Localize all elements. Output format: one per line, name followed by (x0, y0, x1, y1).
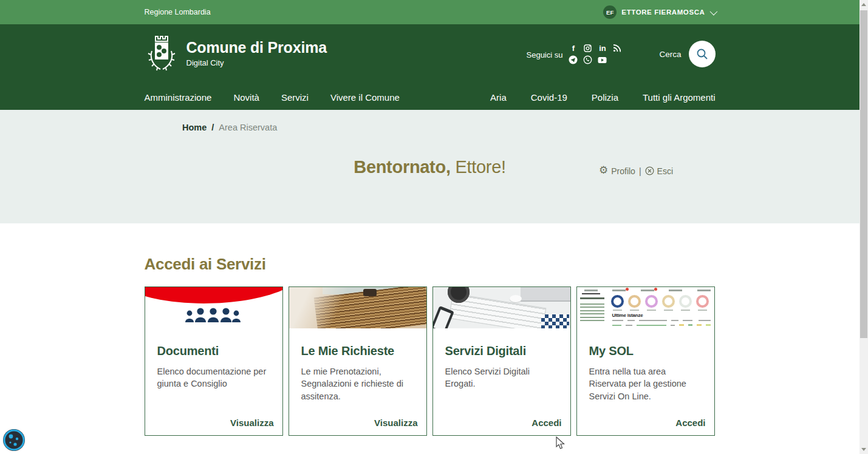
card-title[interactable]: Servizi Digitali (445, 344, 558, 358)
archive-folders-photo (289, 287, 426, 328)
search-label: Cerca (659, 50, 681, 59)
site-logo[interactable]: Comune di Proxima Digital City (145, 34, 327, 73)
municipal-crest-icon (145, 34, 179, 73)
scrollbar[interactable] (859, 0, 868, 454)
card-mysol-image: Ultime istanze (577, 287, 714, 328)
card-action-link[interactable]: Accedi (675, 418, 705, 428)
notification-badge (654, 288, 657, 291)
card-richieste-image (289, 287, 426, 328)
welcome-name: Ettore! (455, 157, 505, 177)
card-description: Elenco documentazione per giunta e Consi… (157, 365, 270, 390)
card-title[interactable]: Le Mie Richieste (301, 344, 414, 358)
main-content: Accedi ai Servizi (0, 223, 859, 454)
main-navigation: Amministrazione Novità Servizi Vivere il… (145, 92, 716, 103)
service-cards: Documenti Elenco documentazione per giun… (145, 286, 715, 436)
nav-item-tutti-gli-argomenti[interactable]: Tutti gli Argomenti (643, 92, 716, 103)
site-subtitle: Digital City (186, 58, 327, 67)
mouse-cursor (556, 436, 566, 450)
user-name[interactable]: ETTORE FIERAMOSCA (621, 8, 705, 16)
desk-keyboard-photo (433, 287, 570, 328)
page-title: Bentornato, Ettore! (0, 157, 859, 177)
nav-item-servizi[interactable]: Servizi (281, 92, 309, 103)
donut-ring (645, 295, 658, 308)
card-title[interactable]: Documenti (157, 344, 270, 358)
follow-label: Seguici su (527, 50, 563, 59)
user-avatar[interactable]: EF (603, 5, 617, 19)
nav-item-covid19[interactable]: Covid-19 (531, 92, 567, 103)
card-action-link[interactable]: Accedi (531, 418, 561, 428)
people-red-banner-illustration (145, 287, 282, 328)
mini-table-heading: Ultime istanze (612, 313, 643, 318)
cookie-consent-widget[interactable] (2, 428, 26, 452)
close-circle-icon (645, 166, 654, 175)
notification-badge (626, 288, 629, 291)
card-description: Le mie Prenotazioni, Segnalazioni e rich… (301, 365, 414, 402)
page: Regione Lombardia EF ETTORE FIERAMOSCA (0, 0, 868, 454)
user-menu[interactable]: EF ETTORE FIERAMOSCA (603, 5, 715, 19)
search-icon (696, 48, 708, 60)
scrollbar-thumb[interactable] (860, 10, 867, 338)
search-button[interactable] (689, 41, 716, 67)
card-description: Elenco Servizi Digitali Erogati. (445, 365, 558, 390)
youtube-icon[interactable] (598, 55, 607, 64)
instagram-icon[interactable] (583, 44, 592, 53)
site-title: Comune di Proxima (186, 39, 327, 56)
section-heading: Accedi ai Servizi (145, 255, 266, 274)
nav-item-amministrazione[interactable]: Amministrazione (145, 92, 212, 103)
card-documenti[interactable]: Documenti Elenco documentazione per giun… (145, 286, 283, 436)
donut-ring (696, 295, 709, 308)
nav-item-polizia[interactable]: Polizia (592, 92, 618, 103)
breadcrumb: Home / Area Riservata (182, 123, 277, 132)
links-divider: | (639, 166, 641, 176)
scroll-up-icon (861, 3, 866, 6)
scroll-up-button[interactable] (859, 0, 868, 9)
card-description: Entra nella tua area Riservata per la ge… (589, 365, 702, 402)
telegram-icon[interactable] (569, 55, 578, 64)
mysol-dashboard-screenshot: Ultime istanze (577, 287, 714, 328)
scroll-down-button[interactable] (859, 445, 868, 454)
site-header: Comune di Proxima Digital City Seguici s… (0, 24, 859, 110)
region-link[interactable]: Regione Lombardia (145, 8, 211, 16)
donut-ring (628, 295, 641, 308)
logout-link[interactable]: Esci (645, 166, 673, 176)
card-title[interactable]: My SOL (589, 344, 702, 358)
gear-icon: ⚙ (599, 165, 608, 175)
donut-ring (679, 295, 692, 308)
linkedin-icon[interactable]: in (598, 44, 607, 53)
top-bar: Regione Lombardia EF ETTORE FIERAMOSCA (0, 0, 859, 24)
account-links: ⚙ Profilo | Esci (599, 166, 673, 176)
whatsapp-icon[interactable] (583, 55, 592, 64)
donut-ring (611, 295, 624, 308)
breadcrumb-home[interactable]: Home (182, 123, 207, 132)
card-servizi-image (433, 287, 570, 328)
card-action-link[interactable]: Visualizza (374, 418, 417, 428)
welcome-greeting: Bentornato, (354, 157, 450, 177)
facebook-icon[interactable]: f (569, 44, 578, 53)
card-documenti-image (145, 287, 282, 328)
rss-icon[interactable] (612, 44, 621, 53)
donut-ring (662, 295, 675, 308)
scroll-down-icon (861, 448, 866, 451)
card-action-link[interactable]: Visualizza (230, 418, 273, 428)
card-le-mie-richieste[interactable]: Le Mie Richieste Le mie Prenotazioni, Se… (289, 286, 427, 436)
social-links: f in (569, 44, 621, 64)
card-my-sol[interactable]: Ultime istanze (576, 286, 715, 436)
profile-link[interactable]: ⚙ Profilo (599, 166, 635, 176)
nav-item-novita[interactable]: Novità (233, 92, 259, 103)
card-servizi-digitali[interactable]: Servizi Digitali Elenco Servizi Digitali… (432, 286, 571, 436)
hero-band: Home / Area Riservata Bentornato, Ettore… (0, 110, 859, 223)
breadcrumb-separator: / (211, 123, 214, 132)
chevron-down-icon (709, 7, 717, 15)
cookie-icon (2, 428, 26, 452)
nav-item-aria[interactable]: Aria (490, 92, 507, 103)
breadcrumb-current: Area Riservata (219, 123, 277, 132)
nav-item-vivere-il-comune[interactable]: Vivere il Comune (330, 92, 400, 103)
